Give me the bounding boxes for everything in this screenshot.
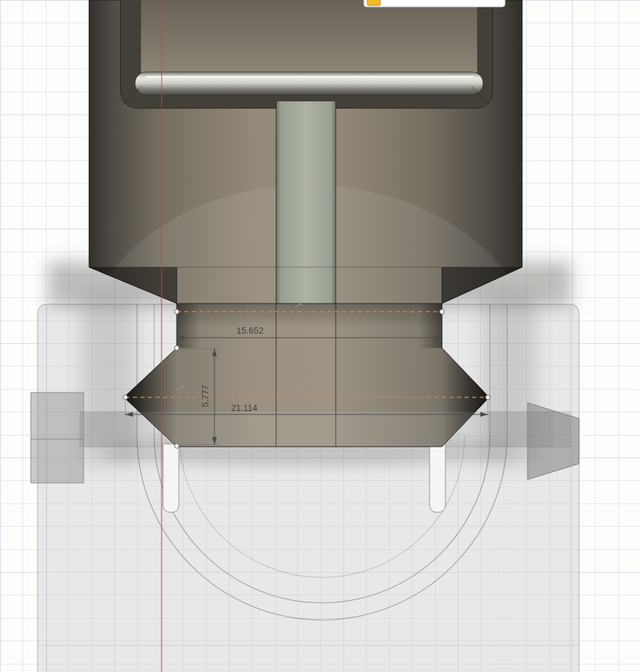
model-canvas[interactable]: 15.652 21.114 5.777 xyxy=(0,0,640,672)
sketch-point[interactable] xyxy=(175,310,179,314)
cutoff-panel xyxy=(364,0,505,7)
sketch-point[interactable] xyxy=(123,395,127,399)
slot-right[interactable] xyxy=(430,444,445,512)
dimension-value-top-width[interactable]: 15.652 xyxy=(236,325,264,336)
sketch-point[interactable] xyxy=(175,346,179,350)
cylindrical-pin[interactable] xyxy=(135,72,483,95)
dimension-value-side-height[interactable]: 5.777 xyxy=(200,385,210,408)
center-slot-face[interactable] xyxy=(276,101,336,303)
palette-icon[interactable] xyxy=(367,0,380,5)
slot-left[interactable] xyxy=(163,444,179,512)
dimension-value-bottom-width[interactable]: 21.114 xyxy=(231,403,258,413)
left-side-block[interactable] xyxy=(31,393,84,483)
overlap-haze xyxy=(123,412,493,447)
sketch-point[interactable] xyxy=(486,395,490,399)
sketch-point[interactable] xyxy=(440,310,444,314)
recess-inner-panel[interactable] xyxy=(140,0,478,75)
cutoff-toolbar[interactable] xyxy=(364,0,505,7)
cad-viewport[interactable]: 15.652 21.114 5.777 xyxy=(0,0,640,672)
sketch-point[interactable] xyxy=(175,444,179,448)
